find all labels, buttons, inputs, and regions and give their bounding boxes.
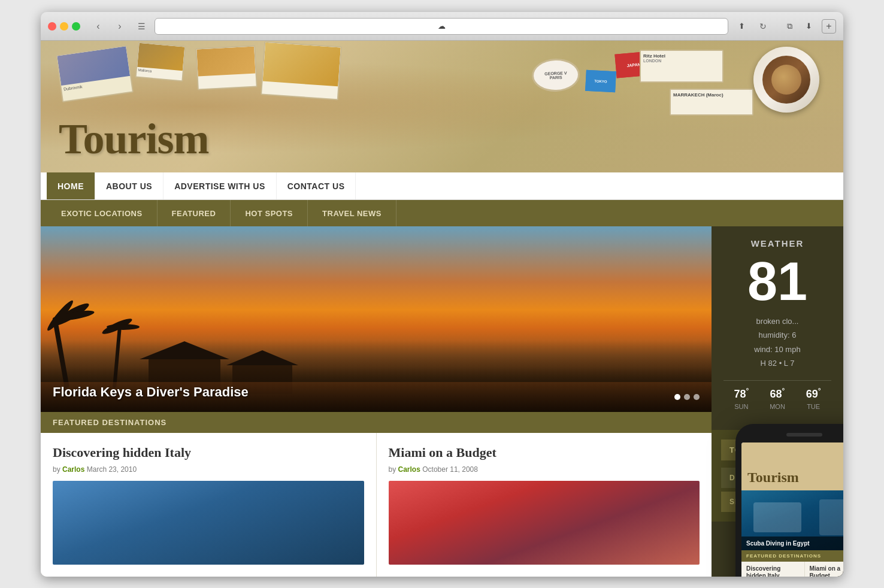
phone-card-italy: Discovering hidden Italy by Carlos March… xyxy=(741,562,805,577)
forecast-tue-temp: 69° xyxy=(806,387,821,401)
weather-humidity: humidity: 6 xyxy=(723,328,831,342)
forecast-sun: 78° SUN xyxy=(734,387,749,410)
main-wrapper: Florida Keys a Diver's Paradise FEATURED… xyxy=(41,226,843,577)
weather-temperature: 81 xyxy=(723,254,831,308)
website-content: Dubrovnik Mallorca JAPAN TOKYO xyxy=(41,41,843,577)
weather-wind: wind: 10 mph xyxy=(723,343,831,356)
featured-miami-meta: by Carlos October 11, 2008 xyxy=(389,465,700,474)
forecast-tue: 69° TUE xyxy=(806,387,821,410)
phone-miami-title: Miami on a Budget xyxy=(810,565,844,577)
weather-condition: broken clo... xyxy=(723,314,831,328)
featured-item-miami: Miami on a Budget by Carlos October 11, … xyxy=(377,433,712,577)
cloud-icon: ☁ xyxy=(438,22,446,31)
nav-home[interactable]: HOME xyxy=(47,172,95,199)
phone-header: Tourism xyxy=(741,442,843,490)
hero-caption: Florida Keys a Diver's Paradise xyxy=(41,366,712,412)
nav-exotic[interactable]: EXOTIC LOCATIONS xyxy=(47,200,158,226)
phone-italy-title: Discovering hidden Italy xyxy=(746,565,800,577)
url-bar[interactable]: ☁ xyxy=(155,18,728,35)
phone-speaker xyxy=(786,433,822,437)
browser-window: ‹ › ☰ ☁ ⬆ ↻ ⧉ ⬇ + xyxy=(0,12,884,577)
sidebar-button[interactable]: ☰ xyxy=(133,18,150,35)
phone-featured-label: FEATURED DESTINATIONS xyxy=(741,550,843,562)
featured-italy-title[interactable]: Discovering hidden Italy xyxy=(53,445,364,460)
back-button[interactable]: ‹ xyxy=(90,18,107,35)
weather-description: broken clo... humidity: 6 wind: 10 mph H… xyxy=(723,314,831,371)
site-header: Dubrovnik Mallorca JAPAN TOKYO xyxy=(41,41,843,172)
forecast-mon-label: MON xyxy=(770,403,785,410)
hero-image: Florida Keys a Diver's Paradise xyxy=(41,226,712,412)
featured-destinations-header: FEATURED DESTINATIONS xyxy=(41,412,712,433)
nav-hotspots[interactable]: HOT SPOTS xyxy=(231,200,308,226)
weather-title: WEATHER xyxy=(723,238,831,248)
forecast-mon: 68° MON xyxy=(770,387,785,410)
featured-italy-meta: by Carlos March 23, 2010 xyxy=(53,465,364,474)
nav-featured[interactable]: FEATURED xyxy=(158,200,231,226)
main-content-area: Florida Keys a Diver's Paradise FEATURED… xyxy=(41,226,712,577)
nav-travel-news[interactable]: TRAVEL NEWS xyxy=(308,200,396,226)
featured-title: FEATURED DESTINATIONS xyxy=(53,418,700,427)
weather-temp-value: 81 xyxy=(747,251,807,311)
featured-italy-image xyxy=(53,481,364,565)
phone-card-miami: Miami on a Budget by Carlos October 11, … xyxy=(805,562,844,577)
secondary-navigation: EXOTIC LOCATIONS FEATURED HOT SPOTS TRAV… xyxy=(41,200,843,226)
hero-title: Florida Keys a Diver's Paradise xyxy=(53,384,700,400)
phone-hero-image: Scuba Diving in Egypt xyxy=(741,490,843,550)
featured-miami-image xyxy=(389,481,700,565)
close-button[interactable] xyxy=(48,22,56,31)
forecast-sun-temp: 78° xyxy=(734,387,749,401)
featured-miami-title[interactable]: Miami on a Budget xyxy=(389,445,700,460)
weather-widget: WEATHER 81 broken clo... humidity: 6 win… xyxy=(712,226,843,430)
new-tab-button[interactable]: + xyxy=(822,19,836,34)
hero-dot-2[interactable] xyxy=(684,394,690,400)
featured-item-italy: Discovering hidden Italy by Carlos March… xyxy=(41,433,377,577)
download-button[interactable]: ⬇ xyxy=(800,18,817,35)
browser-titlebar: ‹ › ☰ ☁ ⬆ ↻ ⧉ ⬇ + xyxy=(41,12,843,41)
forecast-tue-label: TUE xyxy=(806,403,821,410)
nav-advertise[interactable]: ADVERTISE WITH US xyxy=(164,172,277,199)
traffic-lights xyxy=(48,22,80,31)
forward-button[interactable]: › xyxy=(111,18,128,35)
minimize-button[interactable] xyxy=(60,22,68,31)
copy-button[interactable]: ⧉ xyxy=(781,18,798,35)
phone-title: Tourism xyxy=(747,469,799,486)
weather-high-low: H 82 • L 7 xyxy=(723,356,831,370)
reload-button[interactable]: ↻ xyxy=(755,18,771,35)
primary-navigation: HOME ABOUT US ADVERTISE WITH US CONTACT … xyxy=(41,172,843,200)
browser-actions: ⧉ ⬇ xyxy=(781,18,817,35)
phone-screen: Tourism Scuba Diving in Egypt FEATURED D… xyxy=(741,442,843,577)
hero-pagination xyxy=(674,394,700,400)
phone-hero-caption: Scuba Diving in Egypt xyxy=(741,537,843,550)
site-title: Tourism xyxy=(59,117,208,160)
forecast-mon-temp: 68° xyxy=(770,387,785,401)
phone-cards: Discovering hidden Italy by Carlos March… xyxy=(741,562,843,577)
hero-dot-3[interactable] xyxy=(694,394,700,400)
hero-dot-1[interactable] xyxy=(674,394,680,400)
weather-forecast: 78° SUN 68° MON xyxy=(723,380,831,410)
nav-contact[interactable]: CONTACT US xyxy=(277,172,356,199)
share-button[interactable]: ⬆ xyxy=(733,18,750,35)
nav-about[interactable]: ABOUT US xyxy=(95,172,164,199)
maximize-button[interactable] xyxy=(72,22,80,31)
forecast-sun-label: SUN xyxy=(734,403,749,410)
featured-grid: Discovering hidden Italy by Carlos March… xyxy=(41,433,712,577)
phone-mockup: Tourism Scuba Diving in Egypt FEATURED D… xyxy=(735,424,843,577)
